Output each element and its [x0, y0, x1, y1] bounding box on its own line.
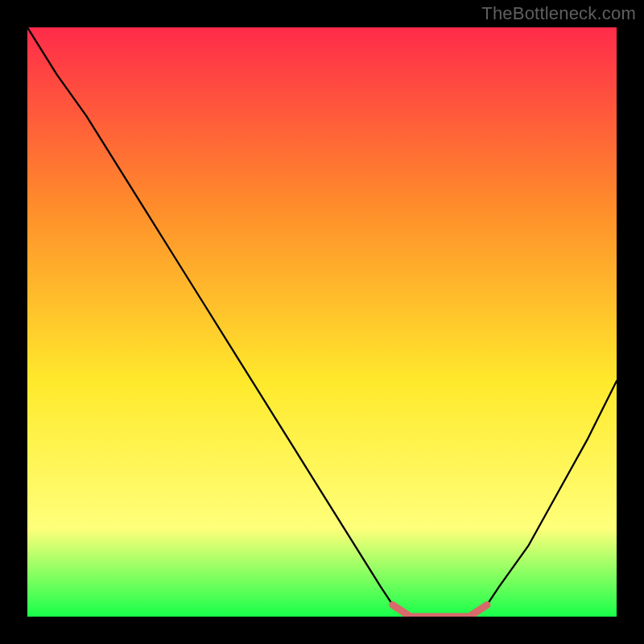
- chart-svg: [27, 27, 617, 617]
- plot-area: [27, 27, 617, 617]
- chart-frame: TheBottleneck.com: [0, 0, 644, 644]
- gradient-rect: [27, 27, 617, 617]
- watermark-text: TheBottleneck.com: [481, 3, 636, 24]
